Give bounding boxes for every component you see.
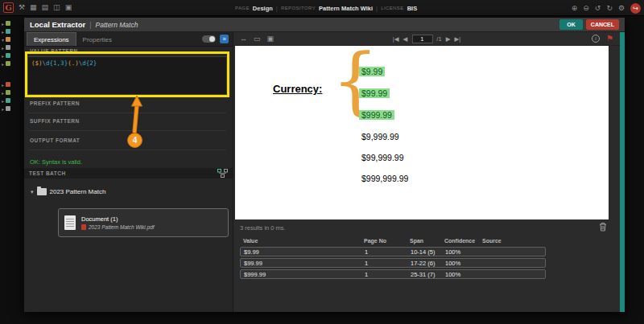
- background-tree-item[interactable]: ▾: [2, 36, 24, 43]
- folder-icon: [37, 188, 47, 195]
- result-row[interactable]: $999.99125-31 (7)100%: [240, 269, 546, 279]
- syntax-status: OK: Syntax is valid.: [30, 158, 82, 166]
- value-pattern-label: VALUE PATTERN: [30, 48, 78, 54]
- app-logo: G: [3, 2, 14, 13]
- page-navigation: |◀ ◀ /1 ▶ ▶|: [393, 35, 460, 43]
- local-extractor-dialog: Local Extractor | Pattern Match OK CANCE…: [24, 18, 625, 312]
- background-tree-item[interactable]: ▸: [2, 97, 24, 104]
- sign-out-icon[interactable]: ↪: [630, 3, 641, 14]
- collapsed-side-panel[interactable]: [620, 32, 625, 312]
- next-page-icon[interactable]: ▶: [446, 35, 451, 43]
- flag-icon[interactable]: ⚑: [606, 35, 613, 43]
- first-page-icon[interactable]: |◀: [393, 35, 399, 43]
- cancel-button[interactable]: CANCEL: [586, 19, 619, 30]
- page-number-input[interactable]: [411, 35, 432, 43]
- output-format-label: OUTPUT FORMAT: [30, 137, 80, 143]
- clear-results-button[interactable]: [599, 222, 607, 234]
- tab-properties[interactable]: Properties: [76, 33, 118, 46]
- fit-page-icon[interactable]: ▭: [254, 35, 261, 43]
- repository-value[interactable]: Pattern Match Wiki: [319, 5, 373, 12]
- background-tree-item[interactable]: ▸: [2, 105, 24, 112]
- expressions-panel: Expressions Properties ≡ VALUE PATTERN (…: [24, 32, 233, 312]
- background-tree-item[interactable]: ▸: [2, 28, 24, 35]
- document-icon: [64, 215, 76, 230]
- pattern-segment: ($): [31, 59, 43, 67]
- page-label: PAGE: [235, 6, 250, 10]
- grid-icon[interactable]: ▦: [30, 4, 37, 11]
- columns-icon[interactable]: ◫: [53, 4, 60, 11]
- top-bar: G ⚒ ▦ ▤ ◫ ▣ PAGE Design | REPOSITORY Pat…: [0, 0, 644, 16]
- trash-icon: [599, 222, 607, 232]
- tools-icon[interactable]: ⚒: [19, 4, 25, 11]
- page-total-label: /1: [436, 35, 441, 43]
- pdf-icon: [81, 224, 86, 230]
- topbar-right-icons: ⊕ ⊖ ↺ ↻ ⚙ ↪: [572, 0, 641, 16]
- batch-folder-row[interactable]: ▾ 2023 Pattern Match: [31, 188, 105, 195]
- doc-heading: Currency:: [273, 83, 322, 95]
- background-tree-item[interactable]: ▸: [2, 52, 24, 59]
- ok-button[interactable]: OK: [559, 19, 583, 30]
- license-label: LICENSE: [381, 6, 403, 10]
- background-tree-item[interactable]: ▸: [2, 81, 24, 88]
- refresh-icon[interactable]: ↻: [606, 5, 613, 12]
- tab-expressions[interactable]: Expressions: [27, 32, 76, 46]
- panel-tabs: Expressions Properties ≡: [24, 32, 233, 47]
- fit-width-icon[interactable]: ↔: [240, 35, 247, 43]
- match-highlight: $999.99: [359, 110, 394, 120]
- expander-icon[interactable]: ▾: [31, 189, 34, 195]
- repository-label: REPOSITORY: [281, 6, 316, 10]
- diagnostics-toggle[interactable]: [202, 35, 216, 43]
- background-node-tree: ▸ ▸ ▾ ▸ ▸ ▸ ▸ ▸ ▸ ▸: [2, 20, 24, 113]
- test-batch-label: TEST BATCH: [29, 170, 66, 176]
- document-filename: 2023 Pattern Match Wiki.pdf: [81, 224, 155, 230]
- doc-value: $99,999.99: [361, 153, 404, 162]
- breadcrumb: PAGE Design | REPOSITORY Pattern Match W…: [235, 0, 417, 16]
- pattern-segment: \d{1,3}: [43, 59, 68, 67]
- document-item[interactable]: Document (1) 2023 Pattern Match Wiki.pdf: [58, 208, 229, 237]
- batch-folder-label: 2023 Pattern Match: [50, 188, 106, 195]
- settings-icon[interactable]: ⚙: [618, 5, 625, 12]
- batch-process-icon[interactable]: [217, 169, 228, 178]
- background-tree-item[interactable]: ▸: [2, 60, 24, 67]
- background-tree-item[interactable]: ▸: [2, 44, 24, 51]
- doc-value: $999,999.99: [361, 174, 408, 183]
- license-value: BIS: [407, 5, 418, 12]
- dialog-body: Expressions Properties ≡ VALUE PATTERN (…: [24, 32, 625, 312]
- document-title: Document (1): [81, 215, 155, 223]
- app-window: G ⚒ ▦ ▤ ◫ ▣ PAGE Design | REPOSITORY Pat…: [0, 0, 644, 324]
- document-preview[interactable]: Currency: { $9.99 $99.99 $999.99 $9,999.…: [235, 46, 609, 219]
- pattern-segment: \d{2}: [79, 59, 97, 67]
- value-pattern-input[interactable]: ($)\d{1,3}(.)\d{2}: [27, 56, 227, 95]
- page-value[interactable]: Design: [253, 5, 273, 12]
- result-row[interactable]: $9.99110-14 (5)100%: [240, 247, 546, 256]
- prefix-pattern-label: PREFIX PATTERN: [30, 100, 80, 106]
- document-viewer-panel: ↔ ▭ ▣ |◀ ◀ /1 ▶ ▶| i ⚑: [233, 32, 620, 312]
- info-icon[interactable]: i: [592, 35, 600, 43]
- doc-value: $9,999.99: [361, 132, 399, 141]
- zoom-in-icon[interactable]: ⊕: [572, 5, 578, 12]
- undo-icon[interactable]: ↺: [595, 5, 601, 12]
- results-table: Value Page No Span Confidence Source $9.…: [240, 236, 546, 281]
- editor-mode-icon[interactable]: ≡: [220, 35, 229, 43]
- prev-page-icon[interactable]: ◀: [403, 35, 408, 43]
- thumbnails-icon[interactable]: ▣: [267, 35, 275, 43]
- match-highlight: $9.99: [359, 67, 385, 76]
- zoom-out-icon[interactable]: ⊖: [583, 5, 589, 12]
- match-highlight: $99.99: [359, 88, 390, 98]
- dialog-actions: OK CANCEL: [559, 19, 619, 30]
- test-batch-header: TEST BATCH: [24, 168, 233, 178]
- dialog-subtitle: Pattern Match: [96, 21, 138, 29]
- results-table-header: Value Page No Span Confidence Source: [240, 236, 546, 244]
- background-tree-item[interactable]: ▸: [2, 89, 24, 96]
- tab-tools: ≡: [202, 35, 233, 46]
- viewer-toolbar: ↔ ▭ ▣ |◀ ◀ /1 ▶ ▶| i ⚑: [233, 32, 620, 46]
- suffix-pattern-label: SUFFIX PATTERN: [30, 118, 80, 124]
- panel-icon[interactable]: ▣: [65, 4, 72, 11]
- background-tree-item[interactable]: ▸: [2, 20, 24, 27]
- result-row[interactable]: $99.99117-22 (6)100%: [240, 258, 546, 268]
- dialog-header[interactable]: Local Extractor | Pattern Match OK CANCE…: [24, 18, 625, 32]
- library-icon[interactable]: ▤: [42, 4, 49, 11]
- last-page-icon[interactable]: ▶|: [454, 35, 460, 43]
- brace-graphic: {: [332, 44, 379, 118]
- pattern-segment: (.): [68, 59, 79, 67]
